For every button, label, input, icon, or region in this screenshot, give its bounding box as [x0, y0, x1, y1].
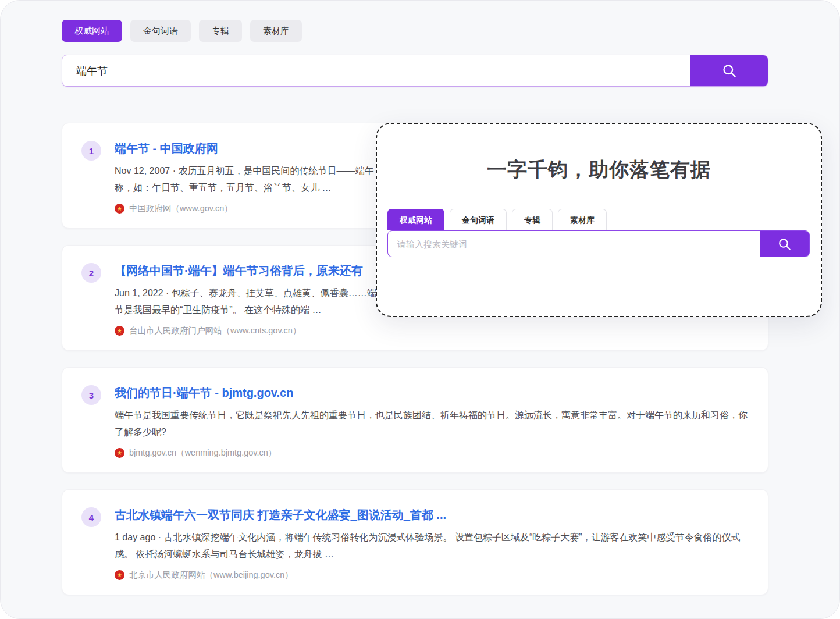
source-label: 台山市人民政府门户网站（www.cnts.gov.cn） [129, 325, 301, 336]
result-card: 3 我们的节日·端午节 - bjmtg.gov.cn 端午节是我国重要传统节日，… [62, 367, 768, 473]
tab-albums[interactable]: 专辑 [199, 20, 242, 42]
rank-badge: 1 [81, 141, 101, 161]
rank-badge: 3 [81, 385, 101, 405]
tab-golden-phrases[interactable]: 金句词语 [130, 20, 191, 42]
source-label: bjmtg.gov.cn（wenming.bjmtg.gov.cn） [129, 447, 276, 458]
rank-badge: 2 [81, 263, 101, 283]
overlay-search-bar [387, 230, 810, 257]
result-source: ★ bjmtg.gov.cn（wenming.bjmtg.gov.cn） [115, 447, 748, 458]
app-window: 权威网站 金句词语 专辑 素材库 1 端午节 - 中国政府网 Nov 12, [0, 0, 840, 619]
overlay-tab-golden-phrases[interactable]: 金句词语 [450, 209, 507, 230]
result-title-link[interactable]: 我们的节日·端午节 - bjmtg.gov.cn [115, 385, 748, 401]
search-button[interactable] [690, 55, 768, 86]
search-input[interactable] [62, 55, 690, 86]
overlay-tab-authoritative-sites[interactable]: 权威网站 [387, 209, 444, 230]
promo-overlay: 一字千钧，助你落笔有据 权威网站 金句词语 专辑 素材库 [376, 123, 822, 317]
overlay-category-tabs: 权威网站 金句词语 专辑 素材库 [387, 209, 810, 230]
overlay-search-button[interactable] [760, 231, 809, 257]
search-bar [62, 55, 768, 87]
result-source: ★ 台山市人民政府门户网站（www.cnts.gov.cn） [115, 325, 748, 336]
result-source: ★ 北京市人民政府网站（www.beijing.gov.cn） [115, 570, 748, 581]
magnifier-icon [777, 237, 792, 251]
overlay-tab-albums[interactable]: 专辑 [512, 209, 553, 230]
result-title-link[interactable]: 古北水镇端午六一双节同庆 打造亲子文化盛宴_图说活动_首都 ... [115, 507, 748, 523]
magnifier-icon [721, 63, 737, 79]
tab-material-library[interactable]: 素材库 [250, 20, 302, 42]
result-card: 4 古北水镇端午六一双节同庆 打造亲子文化盛宴_图说活动_首都 ... 1 da… [62, 489, 768, 595]
source-label: 北京市人民政府网站（www.beijing.gov.cn） [129, 570, 293, 581]
overlay-title: 一字千钧，助你落笔有据 [377, 156, 821, 183]
overlay-search-input[interactable] [388, 231, 760, 257]
gov-emblem-icon: ★ [115, 326, 124, 336]
gov-emblem-icon: ★ [115, 570, 124, 580]
source-label: 中国政府网（www.gov.cn） [129, 203, 233, 214]
category-tabs: 权威网站 金句词语 专辑 素材库 [62, 20, 768, 42]
gov-emblem-icon: ★ [115, 448, 124, 458]
rank-badge: 4 [81, 507, 101, 527]
result-snippet: 1 day ago · 古北水镇深挖端午文化内涵，将端午传统习俗转化为沉浸式体验… [115, 529, 748, 563]
gov-emblem-icon: ★ [115, 204, 124, 214]
tab-authoritative-sites[interactable]: 权威网站 [62, 20, 122, 42]
result-snippet: 端午节是我国重要传统节日，它既是祭祀先人先祖的重要节日，也是民族团结、祈年祷福的… [115, 407, 748, 440]
overlay-tab-material-library[interactable]: 素材库 [558, 209, 607, 230]
